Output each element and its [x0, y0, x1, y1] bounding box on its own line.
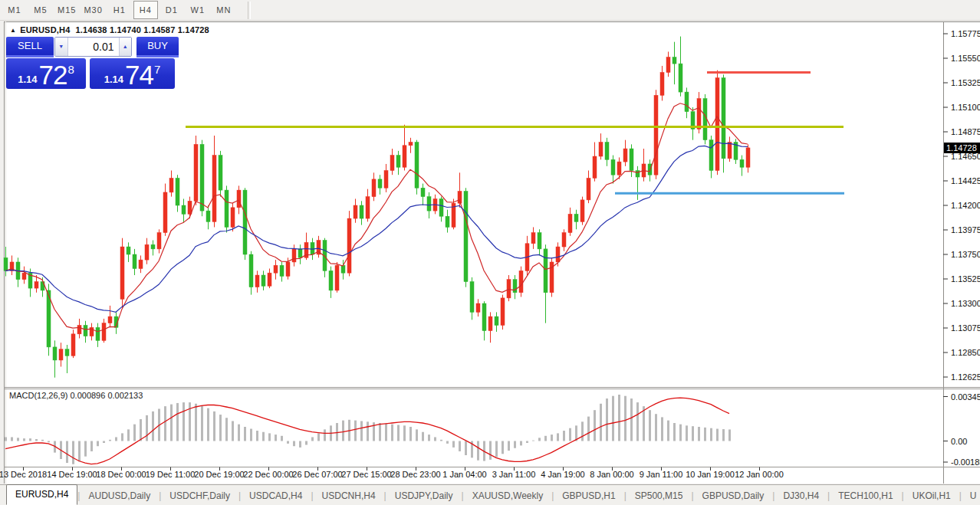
- date-tick-label: 3 Jan 11:00: [492, 470, 536, 479]
- timeframe-button-m5[interactable]: M5: [28, 1, 53, 19]
- macd-tick-label: -0.001851: [951, 457, 980, 467]
- macd-indicator-label: MACD(12,26,9) 0.000896 0.002133: [9, 391, 143, 400]
- chart-tab-u[interactable]: U: [962, 487, 980, 505]
- date-tick-label: 12 Jan 00:00: [735, 470, 784, 479]
- chart-tab-audusd-daily[interactable]: AUDUSD,Daily: [80, 487, 159, 505]
- chart-tab-usdchf-daily[interactable]: USDCHF,Daily: [161, 487, 238, 505]
- timeframe-button-mn[interactable]: MN: [212, 1, 236, 19]
- buy-price-big: 74: [125, 64, 153, 87]
- date-tick-label: 20 Dec 19:00: [194, 470, 244, 479]
- date-tick-label: 22 Dec 00:00: [243, 470, 293, 479]
- timeframe-button-h4[interactable]: H4: [133, 1, 158, 19]
- buy-price-small: 1.14: [104, 72, 123, 87]
- chart-title: ▲EURUSD,H41.14638 1.14740 1.14587 1.1472…: [10, 25, 209, 34]
- date-tick-label: 9 Jan 11:00: [640, 470, 683, 479]
- price-tick-label: 1.13300: [951, 299, 980, 308]
- chart-ohlc-values: 1.14638 1.14740 1.14587 1.14728: [76, 25, 209, 34]
- timeframe-button-h1[interactable]: H1: [107, 1, 132, 19]
- price-tick-label: 1.15550: [951, 54, 980, 63]
- date-tick-label: 10 Jan 19:00: [686, 470, 735, 479]
- lot-size-input[interactable]: [68, 38, 119, 56]
- lot-decrease-icon[interactable]: ▼: [55, 38, 68, 56]
- sell-button[interactable]: SELL: [6, 37, 54, 57]
- chart-marker-icon: ▲: [10, 27, 16, 34]
- date-tick-label: 18 Dec 00:00: [96, 470, 146, 479]
- date-tick-label: 1 Jan 04:00: [442, 470, 487, 479]
- buy-button[interactable]: BUY: [136, 37, 179, 57]
- price-tick-label: 1.13525: [951, 274, 980, 284]
- price-tick-label: 1.15325: [951, 78, 980, 87]
- chart-tab-usdcnh-h4[interactable]: USDCNH,H4: [314, 487, 384, 505]
- toolbar-separator: [248, 2, 251, 19]
- chart-tab-ukoil-h1[interactable]: UKOil,H1: [904, 487, 959, 505]
- chart-tab-sp500-m15[interactable]: SP500,M15: [626, 487, 692, 505]
- buy-price-button[interactable]: 1.14747: [90, 58, 175, 89]
- price-tick-label: 1.14875: [951, 127, 980, 136]
- sell-price-big: 72: [39, 64, 67, 87]
- date-tick-label: 28 Dec 23:00: [390, 470, 440, 479]
- date-tick-label: 14 Dec 19:00: [47, 470, 97, 479]
- chart-tabs-bar: EURUSD,H4|AUDUSD,Daily|USDCHF,Daily|USDC…: [0, 484, 980, 505]
- timeframe-button-m15[interactable]: M15: [54, 1, 79, 19]
- lot-size-box: ▼ ▲: [54, 37, 132, 57]
- buy-price-sup: 7: [154, 64, 160, 75]
- timeframe-button-m1[interactable]: M1: [2, 1, 27, 19]
- date-tick-label: 19 Dec 11:00: [146, 470, 196, 479]
- date-tick-label: 4 Jan 19:00: [541, 470, 585, 479]
- chart-tab-gbpusd-h1[interactable]: GBPUSD,H1: [554, 487, 623, 505]
- price-tick-label: 1.15100: [951, 103, 980, 112]
- chart-tab-gbpusd-daily[interactable]: GBPUSD,Daily: [694, 487, 773, 505]
- chart-symbol-label: EURUSD,H4: [20, 25, 70, 34]
- macd-tick-label: 0.003452: [951, 392, 980, 402]
- sell-price-small: 1.14: [18, 72, 37, 87]
- date-tick-label: 26 Dec 07:00: [292, 470, 342, 479]
- price-tick-label: 1.14425: [951, 176, 980, 185]
- sell-price-button[interactable]: 1.14728: [6, 58, 86, 89]
- chart-tab-xauusd-weekly[interactable]: XAUUSD,Weekly: [464, 487, 551, 505]
- lot-increase-icon[interactable]: ▲: [119, 38, 132, 56]
- date-tick-label: 8 Jan 00:00: [590, 470, 634, 479]
- chart-tab-tech100-h1[interactable]: TECH100,H1: [830, 487, 901, 505]
- macd-tick-label: 0.00: [951, 437, 967, 446]
- price-tick-label: 1.13975: [951, 225, 980, 234]
- chart-tab-eurusd-h4[interactable]: EURUSD,H4: [6, 484, 77, 505]
- chart-tab-usdcad-h4[interactable]: USDCAD,H4: [241, 487, 311, 505]
- price-tick-label: 1.13075: [951, 323, 980, 333]
- price-tick-label: 1.12850: [951, 348, 980, 357]
- timeframe-button-d1[interactable]: D1: [159, 1, 184, 19]
- chart-tab-dj30-h4[interactable]: DJ30,H4: [774, 487, 827, 505]
- price-tick-label: 1.12625: [951, 372, 980, 382]
- timeframe-toolbar: M1M5M15M30H1H4D1W1MN: [0, 0, 980, 21]
- price-tick-label: 1.13750: [951, 250, 980, 259]
- sell-price-sup: 8: [67, 64, 74, 75]
- price-tick-label: 1.15775: [951, 29, 980, 38]
- price-tick-label: 1.14200: [951, 201, 980, 210]
- timeframe-button-w1[interactable]: W1: [186, 1, 210, 19]
- date-tick-label: 27 Dec 15:00: [341, 470, 391, 479]
- chart-tab-usdjpy-daily[interactable]: USDJPY,Daily: [386, 487, 462, 505]
- current-price-badge: 1.14728: [944, 143, 980, 153]
- timeframe-button-m30[interactable]: M30: [81, 1, 105, 19]
- one-click-trade-panel: SELL ▼ ▲ BUY 1.14728 1.14747: [6, 37, 179, 89]
- date-tick-label: 13 Dec 2018: [0, 470, 47, 479]
